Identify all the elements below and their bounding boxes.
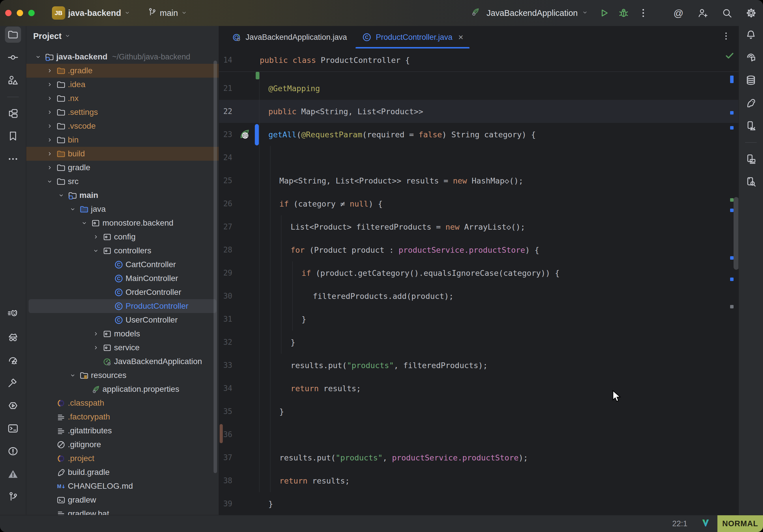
code-line-22[interactable]: 22public Map<String, List<Product>>	[219, 100, 738, 123]
line-number[interactable]: 39	[219, 499, 232, 508]
line-number[interactable]: 33	[219, 361, 232, 370]
tree-item-build[interactable]: build	[26, 147, 219, 161]
tree-item-maincontroller[interactable]: CMainController	[26, 271, 219, 285]
project-tool[interactable]	[5, 27, 21, 43]
code-line-24[interactable]: 24	[219, 146, 738, 169]
tab-productcontroller-java[interactable]: CProductController.java×	[354, 26, 471, 49]
speed-cat-tool[interactable]	[5, 306, 21, 323]
tree-item-usercontroller[interactable]: CUserController	[26, 313, 219, 327]
line-number[interactable]: 38	[219, 476, 232, 485]
more-run-options-button[interactable]	[635, 5, 651, 21]
tree-item-resources[interactable]: resources	[26, 369, 219, 382]
notifications-tool[interactable]	[743, 27, 759, 43]
bookmarks-tool[interactable]	[5, 128, 21, 144]
layout-inspector-tool[interactable]	[743, 151, 759, 167]
ai-assistant-tool[interactable]	[743, 49, 759, 65]
tree-item-gradlew[interactable]: gradlew	[26, 493, 219, 507]
vcs-change-marker[interactable]	[256, 72, 260, 79]
code-line-34[interactable]: 34return results;	[219, 377, 738, 400]
chevron-down-icon[interactable]	[33, 53, 44, 60]
tree-item-bin[interactable]: bin	[26, 133, 219, 147]
chevron-down-icon[interactable]	[79, 220, 90, 226]
analysis-stripe-mark[interactable]	[730, 126, 733, 130]
running-devices-tool[interactable]	[743, 118, 759, 134]
tree-item-service[interactable]: service	[26, 341, 219, 355]
analysis-stripe-mark[interactable]	[730, 198, 733, 202]
chevron-right-icon[interactable]	[44, 109, 55, 115]
line-number[interactable]: 35	[219, 407, 232, 416]
more-tools[interactable]	[5, 151, 21, 167]
code-line-33[interactable]: 33results.put("products", filteredProduc…	[219, 354, 738, 377]
tree-item--gitignore[interactable]: .gitignore	[26, 438, 219, 452]
tree-item--idea[interactable]: .idea	[26, 78, 219, 91]
line-number[interactable]: 23	[219, 130, 232, 139]
endpoint-icon[interactable]	[232, 128, 256, 141]
analysis-stripe-mark[interactable]	[730, 75, 733, 83]
code-line-23[interactable]: 23getAll(@RequestParam(required = false)…	[219, 123, 738, 146]
line-number[interactable]: 30	[219, 292, 232, 300]
tree-item-controllers[interactable]: controllers	[26, 244, 219, 258]
project-widget[interactable]: JB java-backend	[52, 6, 131, 20]
tree-item-java-backend[interactable]: java-backend~/Github/java-backend	[26, 50, 219, 64]
line-number[interactable]: 27	[219, 222, 232, 231]
analysis-stripe-mark[interactable]	[730, 209, 733, 212]
analysis-stripe-mark[interactable]	[730, 256, 733, 260]
code-line-35[interactable]: 35}	[219, 400, 738, 423]
line-number[interactable]: 32	[219, 338, 232, 347]
line-number[interactable]: 24	[219, 153, 232, 162]
tree-item-gradle[interactable]: gradle	[26, 161, 219, 174]
app-inspection-tool[interactable]	[743, 174, 759, 190]
line-number[interactable]: 21	[219, 84, 232, 93]
incognito-tool[interactable]	[5, 329, 21, 345]
code-line-28[interactable]: 28for (Product product : productService.…	[219, 238, 738, 262]
tree-item--gitattributes[interactable]: .gitattributes	[26, 424, 219, 438]
code-line-25[interactable]: 25Map<String, List<Product>> results = n…	[219, 169, 738, 192]
code-viewport[interactable]: 21@GetMapping22public Map<String, List<P…	[219, 71, 738, 515]
chevron-right-icon[interactable]	[44, 123, 55, 129]
hierarchy-tool[interactable]	[5, 105, 21, 122]
code-line-38[interactable]: 38return results;	[219, 469, 738, 492]
tree-item--classpath[interactable]: .classpath	[26, 396, 219, 410]
chevron-down-icon[interactable]	[44, 178, 55, 185]
line-number[interactable]: 37	[219, 453, 232, 462]
analysis-stripe-mark[interactable]	[730, 277, 733, 281]
code-line-27[interactable]: 27List<Product> filteredProducts = new A…	[219, 215, 738, 238]
chevron-down-icon[interactable]	[56, 192, 67, 198]
analysis-stripe-mark[interactable]	[730, 111, 733, 115]
chevron-right-icon[interactable]	[44, 81, 55, 88]
line-number[interactable]: 26	[219, 199, 232, 208]
code-line-29[interactable]: 29if (product.getCategory().equalsIgnore…	[219, 262, 738, 284]
branch-widget[interactable]: main	[147, 7, 187, 19]
tree-item--nx[interactable]: .nx	[26, 91, 219, 105]
commit-tool[interactable]	[5, 49, 21, 65]
line-number[interactable]: 28	[219, 246, 232, 254]
analysis-stripe-mark[interactable]	[730, 305, 733, 308]
code-line-37[interactable]: 37results.put("products", productService…	[219, 446, 738, 469]
chevron-right-icon[interactable]	[44, 67, 55, 74]
tree-item--settings[interactable]: .settings	[26, 105, 219, 119]
tree-item-application-properties[interactable]: application.properties	[26, 382, 219, 396]
chevron-right-icon[interactable]	[90, 234, 101, 240]
structure-tool[interactable]	[5, 72, 21, 88]
settings-icon[interactable]	[743, 5, 759, 21]
chevron-right-icon[interactable]	[90, 331, 101, 337]
tree-item-productcontroller[interactable]: CProductController	[29, 299, 216, 313]
debug-button[interactable]	[616, 5, 631, 21]
profiler-tool[interactable]	[5, 352, 21, 368]
line-number[interactable]: 22	[219, 107, 232, 116]
warnings-tool[interactable]	[5, 466, 21, 482]
vcs-gutter-marker[interactable]	[220, 424, 223, 443]
code-line-30[interactable]: 30filteredProducts.add(product);	[219, 284, 738, 308]
zoom-window-button[interactable]	[28, 10, 35, 16]
tree-item-javabackendapplication[interactable]: JavaBackendApplication	[26, 355, 219, 369]
search-icon[interactable]	[719, 5, 735, 21]
tree-item-cartcontroller[interactable]: CCartController	[26, 258, 219, 271]
chevron-down-icon[interactable]	[67, 372, 78, 378]
vim-mode-badge[interactable]: NORMAL	[717, 515, 763, 532]
line-number[interactable]: 25	[219, 176, 232, 185]
chevron-down-icon[interactable]	[67, 206, 78, 212]
line-number[interactable]: 29	[219, 268, 232, 277]
services-tool[interactable]	[5, 397, 21, 414]
vim-mode-icon[interactable]	[701, 518, 710, 529]
chevron-down-icon[interactable]	[90, 248, 101, 254]
